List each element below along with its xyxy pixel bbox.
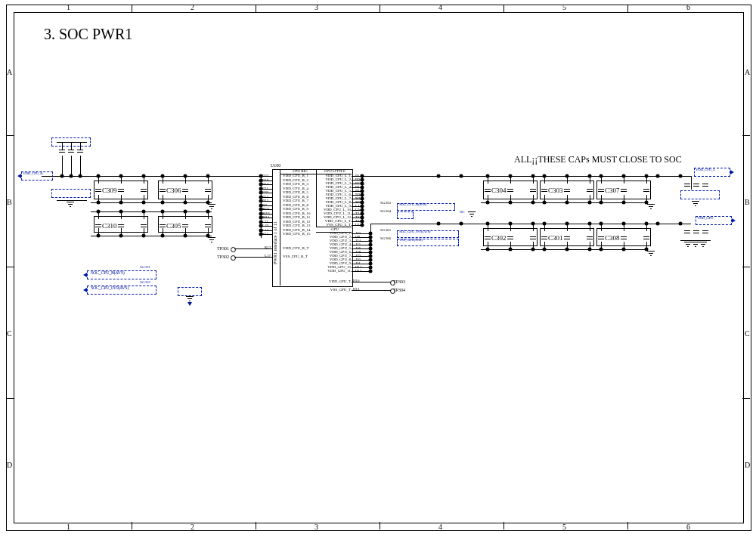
cap-icon xyxy=(684,180,690,190)
wire xyxy=(121,228,122,236)
gnd-icon xyxy=(468,211,476,218)
pin-wire xyxy=(355,202,362,203)
cap-ref: C305 xyxy=(166,222,181,230)
wire xyxy=(163,228,163,236)
wire xyxy=(601,195,602,202)
bus-vdd-cpu-b-top xyxy=(42,176,261,177)
net-soc-gpu-0v9: SOC_GPU_0V9(AVS) xyxy=(399,230,430,233)
pin-wire xyxy=(355,206,362,207)
pin-tick xyxy=(269,201,272,202)
wire xyxy=(646,224,647,231)
arrow-icon xyxy=(17,174,21,178)
tick xyxy=(256,5,256,12)
ic-divider-l xyxy=(280,169,280,286)
pin-name: VDD_GPU_11 xyxy=(318,269,351,273)
pin-tick xyxy=(269,230,272,231)
pin-name: VDD_CPU_B_7 xyxy=(283,199,308,202)
wire xyxy=(624,176,624,184)
cap-ref: C306 xyxy=(166,187,181,194)
pin-wire xyxy=(355,245,370,245)
net-soc-cpu-0v9: SOC_CPU_0V9(AVS) xyxy=(91,286,129,290)
wire xyxy=(121,195,122,202)
pin-wire xyxy=(261,197,269,198)
wire xyxy=(98,211,99,219)
arrow-icon xyxy=(83,273,87,277)
cap-icon xyxy=(160,185,166,196)
pin-tick xyxy=(269,184,272,185)
tp301: TP301 xyxy=(217,246,229,251)
junction-dot xyxy=(79,174,82,178)
pin-wire xyxy=(355,271,370,272)
cap-icon xyxy=(693,227,699,237)
wire xyxy=(362,176,363,224)
tick xyxy=(6,135,14,136)
wire xyxy=(646,242,647,249)
wire xyxy=(121,176,122,184)
gnd-icon xyxy=(699,242,707,248)
tick xyxy=(503,522,504,529)
junction-dot xyxy=(679,174,683,178)
cap-icon xyxy=(684,227,690,237)
junction-dot xyxy=(437,222,441,226)
pin-name: VDD_CPU_B_15 xyxy=(283,232,310,236)
coord-v-d-l: D xyxy=(7,461,12,469)
wire xyxy=(510,242,511,249)
wire xyxy=(208,211,209,219)
pin-name: VDD_CPU_B_6 xyxy=(283,195,308,199)
junction-dot xyxy=(460,174,463,178)
pin-name: VSS_CPU_L_T xyxy=(318,223,351,227)
ic-ref: U100 xyxy=(271,163,280,168)
pin-tick xyxy=(269,248,272,249)
gnd-icon xyxy=(647,204,655,210)
sg303: SG303 xyxy=(380,201,391,205)
pin-name: VDD_CPU_B_12 xyxy=(283,220,310,224)
wire xyxy=(208,195,209,202)
cap-icon xyxy=(643,185,649,196)
pin-wire xyxy=(261,234,269,235)
pin-wire xyxy=(355,237,370,238)
tp-circle xyxy=(231,255,236,261)
pin-wire xyxy=(261,176,269,177)
cap-icon xyxy=(530,185,536,196)
pin-wire xyxy=(261,209,269,210)
tick xyxy=(627,5,628,12)
sg-ref: SG302 xyxy=(140,280,150,284)
junction-dot xyxy=(460,222,463,226)
wire xyxy=(208,176,209,184)
bus-to-ic-left xyxy=(261,176,262,238)
wire xyxy=(208,228,209,236)
wire xyxy=(185,195,186,202)
cap-ref: C310 xyxy=(102,222,117,230)
coord-h3-bot: 3 xyxy=(314,523,318,531)
cap-ref: C303 xyxy=(548,187,563,194)
gnd-icon xyxy=(647,251,655,257)
tp-circle xyxy=(390,280,395,286)
wire xyxy=(533,224,534,231)
wire xyxy=(488,195,488,202)
wire xyxy=(601,242,602,249)
wire xyxy=(590,176,590,184)
cap-icon xyxy=(598,185,604,196)
pin-wire xyxy=(355,199,362,199)
pin-tick xyxy=(269,234,272,235)
ic-divider-m xyxy=(316,169,317,227)
cap-ref: C302 xyxy=(491,234,507,242)
cap-icon xyxy=(541,185,547,196)
pin-vss-cpu-b-t: VSS_CPU_B_T xyxy=(283,255,308,258)
wire xyxy=(57,200,87,201)
wire xyxy=(62,142,63,150)
wire xyxy=(624,195,624,202)
tick xyxy=(742,398,750,399)
wire xyxy=(80,156,81,176)
gnd-icon xyxy=(684,242,692,248)
pin-tick xyxy=(269,226,272,227)
wire xyxy=(691,176,692,190)
sg-ref: SG301 xyxy=(140,265,150,269)
pin-wire xyxy=(261,181,269,181)
coord-v-b-r: B xyxy=(745,198,750,206)
cap-icon xyxy=(564,185,570,196)
wire xyxy=(185,176,186,184)
page-title: 3. SOC PWR1 xyxy=(44,26,132,43)
wire xyxy=(567,195,568,202)
coord-h5-top: 5 xyxy=(562,3,566,11)
